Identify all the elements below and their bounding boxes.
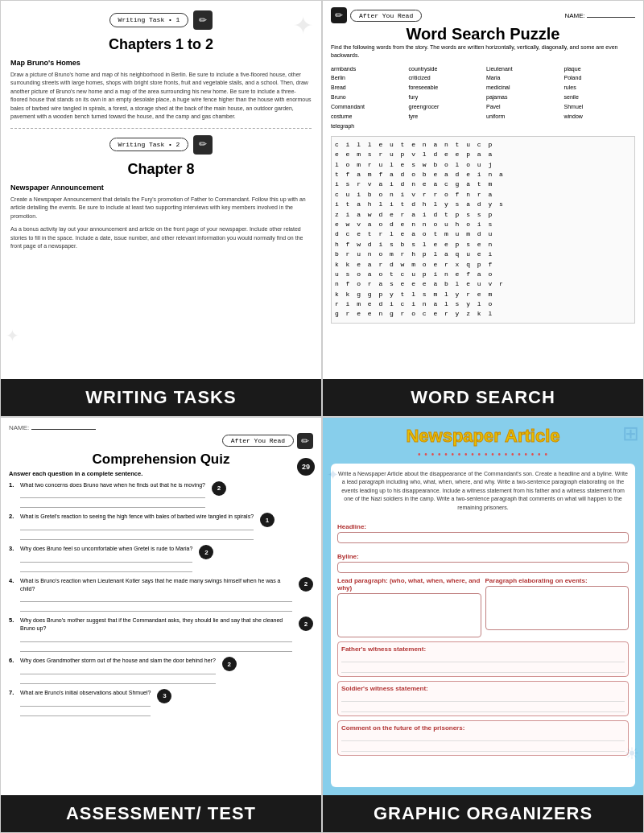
q-num: 2. (9, 513, 17, 520)
word-item: armbands (331, 64, 402, 74)
word-item: plaque (564, 64, 636, 74)
word-col-1: armbandsBerlinBreadBrunoCommandantcostum… (331, 64, 402, 131)
task2-body2: As a bonus activity lay out your announc… (10, 225, 312, 251)
answer-line (20, 604, 292, 612)
deco-star3: ✦ (327, 466, 339, 484)
answer-lines (20, 634, 292, 652)
q-score-badge: 2 (199, 545, 213, 559)
future-line-1 (341, 733, 625, 741)
word-item: rules (564, 83, 636, 93)
answer-lines (20, 666, 216, 684)
divider (10, 128, 312, 129)
soldiers-label: Soldier's witness statement: (341, 685, 625, 692)
assessment-content: NAME: After You Read ✏ Comprehension Qui… (1, 418, 321, 796)
task1-title: Chapters 1 to 2 (10, 35, 312, 55)
quiz-question: 5. Why does Bruno's mother suggest that … (9, 617, 313, 652)
assessment-quadrant: NAME: After You Read ✏ Comprehension Qui… (0, 417, 322, 834)
answer-line (20, 500, 205, 508)
quiz-question: 2. What is Gretel's reaction to seeing t… (9, 513, 313, 540)
future-label: Comment on the future of the prisoners: (341, 724, 625, 732)
q-num: 7. (9, 689, 17, 696)
grid-row: d c e t r l e a o t m u m d u (335, 229, 631, 239)
ws-name-label: NAME: (564, 12, 635, 19)
q-num: 5. (9, 617, 17, 624)
task1-subtitle: Map Bruno's Homes (10, 58, 312, 68)
grid-row: n f o r a s e e e a b l e u v r (335, 279, 631, 289)
answer-line (20, 532, 254, 540)
deco-sun: ☀ (625, 744, 639, 763)
graphic-org-label: GRAPHIC ORGANIZERS (323, 795, 643, 832)
headline-box[interactable] (337, 532, 629, 543)
answer-lines (20, 555, 192, 572)
answer-line (20, 666, 216, 674)
task1-badge: Writing Task • 1 (109, 13, 189, 27)
task2-subtitle: Newspaper Announcement (10, 183, 312, 193)
assessment-after-badge: After You Read (222, 435, 294, 447)
word-search-content: ✏ After You Read NAME: Word Search Puzzl… (323, 1, 643, 379)
ws-instruction: Find the following words from the story.… (331, 43, 635, 60)
word-item: Shmuel (564, 102, 636, 112)
grid-row: k k g g p y t l s m l y r e m (335, 290, 631, 299)
future-lines (341, 733, 625, 752)
word-item: Poland (564, 73, 636, 83)
answer-line (20, 490, 205, 498)
word-item: Berlin (331, 73, 402, 83)
writing-tasks-quadrant: ✦ ✦ Writing Task • 1 ✏ Chapters 1 to 2 M… (0, 0, 322, 417)
word-item: countryside (409, 64, 481, 74)
lead-box[interactable] (337, 593, 481, 637)
answer-line (20, 634, 292, 642)
word-item: fury (409, 93, 481, 102)
answer-line (20, 564, 192, 572)
word-search-label: WORD SEARCH (323, 379, 643, 416)
grid-row: k k e a r d w m o e r x q p f (335, 260, 631, 270)
grid-row: l o m r u l e s w b o l o u j (335, 160, 631, 170)
byline-box[interactable] (337, 562, 629, 573)
word-col-3: LieutenantMariamedicinalpajamasPavelunif… (486, 64, 558, 131)
grid-row: i s r v a i d n e a c g a t m (335, 179, 631, 189)
quiz-questions: 1. What two concerns does Bruno have whe… (9, 481, 313, 716)
answer-lines (20, 699, 151, 716)
word-item: Pavel (486, 102, 558, 112)
future-section: Comment on the future of the prisoners: (337, 720, 629, 756)
lead-col: Lead paragraph: (who, what, when, where,… (337, 577, 481, 637)
writing-tasks-content: ✦ ✦ Writing Task • 1 ✏ Chapters 1 to 2 M… (1, 1, 321, 379)
q-text: What two concerns does Bruno have when h… (20, 481, 205, 489)
word-item: foreseeable (409, 83, 481, 93)
word-item: Maria (486, 73, 558, 83)
grid-row: c i l l e u t e n a n t u c p (335, 140, 631, 150)
byline-section: Byline: (337, 547, 629, 573)
answer-line (20, 708, 151, 716)
soldiers-lines (341, 694, 625, 712)
word-col-2: countrysidecriticizedforeseeablefurygree… (409, 64, 481, 131)
q-text: Why does Grandmother storm out of the ho… (20, 657, 216, 665)
grid-row: b r u n o m r h p l a q u e i (335, 249, 631, 259)
q-score-badge: 2 (222, 657, 237, 671)
headline-section: Headline: (337, 518, 629, 543)
q-text: Why does Bruno's mother suggest that if … (20, 617, 292, 633)
quiz-question: 3. Why does Bruno feel so uncomfortable … (9, 545, 313, 572)
grid-row: z i a w d e r a i d t p s s p (335, 210, 631, 220)
total-score-badge: 29 (297, 458, 315, 476)
word-columns: armbandsBerlinBreadBrunoCommandantcostum… (331, 64, 635, 131)
word-item: costume (331, 112, 402, 122)
answer-line (20, 644, 292, 652)
word-item: Bread (331, 83, 402, 93)
task2-title: Chapter 8 (10, 159, 312, 179)
word-item: criticized (409, 73, 481, 83)
q-num: 4. (9, 577, 17, 584)
word-item: pajamas (486, 93, 558, 102)
answer-line (20, 594, 292, 602)
fathers-lines (341, 654, 625, 673)
grid-row: e e m s r u p v l d e e p a a (335, 150, 631, 159)
elaborating-box[interactable] (485, 586, 630, 630)
lead-label: Lead paragraph: (who, what, when, where,… (337, 577, 481, 592)
elaborating-label: Paragraph elaborating on events: (485, 577, 630, 584)
word-item: telegraph (331, 122, 402, 131)
go-instruction: Write a Newspaper Article about the disa… (337, 470, 629, 513)
word-item: Bruno (331, 93, 402, 102)
quiz-question: 6. Why does Grandmother storm out of the… (9, 657, 313, 684)
grid-row: g r e e n g r o c e r y z k l (335, 309, 631, 319)
q-score-badge: 1 (260, 513, 275, 527)
go-dots: • • • • • • • • • • • • • • • • • • • • (331, 450, 635, 459)
answer-line (20, 522, 254, 530)
